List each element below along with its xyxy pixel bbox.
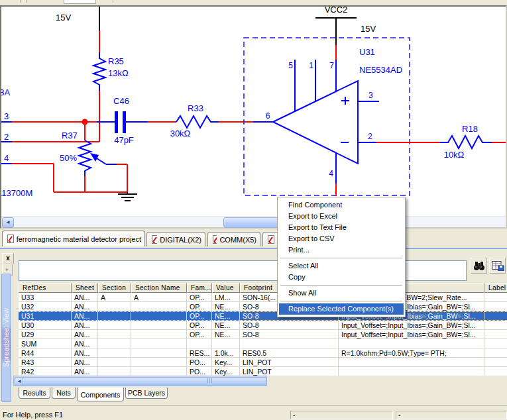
menu-item-export-to-csv[interactable]: Export to CSV xyxy=(279,233,404,244)
opamp-u31[interactable]: U31 NE5534AD 5 1 7 6 3 2 4 xyxy=(253,47,402,196)
cell: NE... xyxy=(212,321,240,330)
tab-results[interactable]: Results xyxy=(19,388,50,399)
table-hscrollbar[interactable]: ◄ xyxy=(13,376,267,386)
svg-text:5: 5 xyxy=(288,61,293,70)
sheet-tab-comm[interactable]: COMM(X5) xyxy=(207,232,260,246)
wiper-arrow xyxy=(90,153,99,162)
sheet-tab-project[interactable]: ferromagnetic material detector project xyxy=(2,231,145,246)
svg-text:R33: R33 xyxy=(188,103,203,113)
cell: NE... xyxy=(212,302,240,311)
cell: SO-8 xyxy=(240,330,339,339)
schematic-hscrollbar[interactable]: ◄ xyxy=(1,216,506,227)
svg-text:13kΩ: 13kΩ xyxy=(108,68,129,78)
svg-text:R18: R18 xyxy=(462,124,478,134)
cell xyxy=(484,367,507,376)
table-row-u33[interactable]: U33AN...AAOP...LM...SON-16(...Input_Voff… xyxy=(19,293,507,302)
resistor-r33[interactable]: R33 30kΩ xyxy=(148,103,253,138)
menu-item-export-to-text-file[interactable]: Export to Text File xyxy=(279,222,404,233)
table-row-r42[interactable]: R42AN...PO...Key...LIN_POT xyxy=(19,367,507,376)
menu-item-copy[interactable]: Copy xyxy=(279,272,404,283)
svg-text:U31: U31 xyxy=(359,47,375,57)
menu-item-show-all[interactable]: Show All xyxy=(279,288,404,299)
column-header-label[interactable]: Label xyxy=(484,283,507,293)
cell: 1.0k... xyxy=(212,348,240,358)
cell: R42 xyxy=(19,367,72,376)
table-row-u29[interactable]: U29AN...OP...NE...SO-8Input_Voffset=;Inp… xyxy=(19,330,507,339)
svg-text:1: 1 xyxy=(309,61,313,70)
find-button[interactable] xyxy=(471,258,487,274)
potentiometer-r37[interactable]: R37 50% xyxy=(60,125,117,192)
close-panel-button[interactable]: x xyxy=(2,253,14,264)
status-bar: For Help, press F1 - - xyxy=(0,405,507,420)
export-sheet-icon xyxy=(491,260,504,271)
cell: AN... xyxy=(72,311,98,321)
svg-text:15V: 15V xyxy=(361,24,376,34)
table-row-r43[interactable]: R43AN...PO...Key...LIN_POT xyxy=(19,358,507,367)
cell: LIN_POT xyxy=(240,367,339,376)
scroll-thumb[interactable] xyxy=(23,377,266,386)
toolbar-remnant xyxy=(20,0,27,3)
spreadsheet-view-side-tab[interactable]: Spreadsheet View xyxy=(1,274,11,402)
sheet-tab-label: ferromagnetic material detector project xyxy=(17,235,141,243)
cell xyxy=(484,339,507,348)
svg-text:C46: C46 xyxy=(113,96,129,106)
cell: RES0.5 xyxy=(240,348,339,358)
cell: Key... xyxy=(212,367,240,376)
sheet-tab-label: COMM(X5) xyxy=(219,236,256,244)
cell: SUM xyxy=(19,339,72,348)
sheet-tab-label: DIGITAL(X2) xyxy=(160,236,201,244)
column-header-section[interactable]: Section xyxy=(98,283,131,293)
table-row-u31[interactable]: U31AN...OP...NE...SO-8Input_Voffset=;Inp… xyxy=(19,311,507,321)
table-row-sum[interactable]: SUMAN... xyxy=(19,339,507,348)
menu-item-replace-selected-component-s[interactable]: Replace Selected Component(s) xyxy=(279,303,404,315)
cell xyxy=(484,348,507,358)
multisim-window: 15V R35 13kΩ 33A 3 2 4 113700M xyxy=(0,0,507,420)
toolbar-remnant xyxy=(113,0,115,3)
table-row-u32[interactable]: U32AN...OP...NE...SO-8Input_Voffset=;Inp… xyxy=(19,302,507,311)
table-row-u30[interactable]: U30AN...OP...NE...SO-8Input_Voffset=;Inp… xyxy=(19,321,507,330)
cell xyxy=(98,311,131,321)
cell xyxy=(98,330,131,339)
svg-text:10kΩ: 10kΩ xyxy=(444,150,465,160)
menu-item-find-component[interactable]: Find Component xyxy=(279,199,404,211)
cell: AN... xyxy=(72,358,98,367)
menu-separator xyxy=(280,285,402,286)
cell: U32 xyxy=(19,302,72,311)
tab-components[interactable]: Components xyxy=(77,388,124,401)
menu-item-select-all[interactable]: Select All xyxy=(279,260,404,272)
panel-splitter[interactable] xyxy=(0,248,507,249)
menu-separator xyxy=(280,301,402,301)
cell xyxy=(131,330,187,339)
components-table[interactable]: RefDesSheetSectionSection NameFam...Valu… xyxy=(19,283,507,376)
column-header-value[interactable]: Value xyxy=(212,283,240,293)
sheet-tab-digital[interactable]: DIGITAL(X2) xyxy=(146,232,205,246)
column-header-sheet[interactable]: Sheet xyxy=(72,283,98,293)
cell xyxy=(98,358,131,367)
cell xyxy=(131,321,187,330)
cell: AN... xyxy=(72,293,98,302)
menu-item-print[interactable]: Print... xyxy=(279,244,404,256)
tab-nets[interactable]: Nets xyxy=(52,388,76,399)
cell: SO-8 xyxy=(240,321,339,330)
cell: Key... xyxy=(212,358,240,367)
cell: PO... xyxy=(187,358,212,367)
schematic-canvas[interactable]: 15V R35 13kΩ 33A 3 2 4 113700M xyxy=(0,5,507,229)
tab-pcb-layers[interactable]: PCB Layers xyxy=(125,388,168,399)
menu-item-export-to-excel[interactable]: Export to Excel xyxy=(279,211,404,222)
cell: A xyxy=(131,293,187,302)
ground-symbol[interactable] xyxy=(117,164,137,201)
cell xyxy=(484,311,507,321)
menu-separator xyxy=(280,258,402,258)
table-row-r44[interactable]: R44AN...RES...1.0k...RES0.5R=1.0kohm;Pd=… xyxy=(19,348,507,358)
export-button[interactable] xyxy=(489,258,506,274)
scroll-grip xyxy=(207,378,213,383)
column-header-refdes[interactable]: RefDes xyxy=(19,283,72,293)
svg-text:3: 3 xyxy=(368,91,373,100)
column-header-section-name[interactable]: Section Name xyxy=(131,283,187,293)
column-header-fam[interactable]: Fam... xyxy=(187,283,212,293)
cell: AN... xyxy=(72,330,98,339)
capacitor-c46[interactable]: C46 47pF xyxy=(97,96,148,145)
resistor-r18[interactable]: R18 10kΩ xyxy=(376,124,506,160)
scroll-left-button[interactable]: ◄ xyxy=(2,217,14,228)
net-labels[interactable]: 33A 3 2 4 113700M xyxy=(1,87,32,198)
